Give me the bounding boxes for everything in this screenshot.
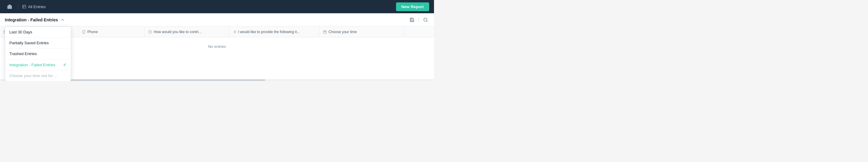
- content-area: Integration - Failed Entries: [0, 13, 434, 81]
- search-button[interactable]: [422, 16, 429, 24]
- nav-divider: [18, 4, 19, 10]
- active-check-icon: ✓: [63, 62, 67, 67]
- view-dropdown: Last 30 Days Partially Saved Entries Tra…: [5, 27, 71, 81]
- save-view-button[interactable]: [408, 16, 415, 24]
- svg-point-3: [424, 18, 427, 21]
- all-entries-label: All Entries: [22, 4, 46, 9]
- col-header-contribute: How would you like to contri...: [145, 27, 229, 37]
- action-separator: [418, 18, 419, 22]
- view-title[interactable]: Integration - Failed Entries: [5, 18, 65, 22]
- col-header-phone: Phone: [79, 27, 145, 37]
- dropdown-item-partially-saved[interactable]: Partially Saved Entries: [5, 38, 71, 48]
- svg-rect-0: [23, 5, 26, 8]
- new-report-button[interactable]: New Report: [396, 2, 429, 11]
- svg-rect-17: [324, 31, 327, 33]
- dropdown-item-time-slot: Choose your time slot for ...: [5, 70, 71, 81]
- subheader-actions: [408, 16, 429, 24]
- dropdown-item-trashed[interactable]: Trashed Entries: [5, 48, 71, 59]
- home-button[interactable]: [5, 2, 14, 11]
- topbar: All Entries New Report: [0, 0, 434, 13]
- dropdown-item-integration-failed[interactable]: Integration - Failed Entries ✓: [5, 59, 71, 70]
- topbar-left: All Entries: [5, 2, 46, 11]
- svg-line-4: [427, 21, 427, 22]
- subheader: Integration - Failed Entries: [0, 13, 434, 27]
- dropdown-item-last30days[interactable]: Last 30 Days: [5, 27, 71, 38]
- col-header-time: Choose your time: [319, 27, 404, 37]
- col-header-provide: I would like to provide the following it…: [229, 27, 319, 37]
